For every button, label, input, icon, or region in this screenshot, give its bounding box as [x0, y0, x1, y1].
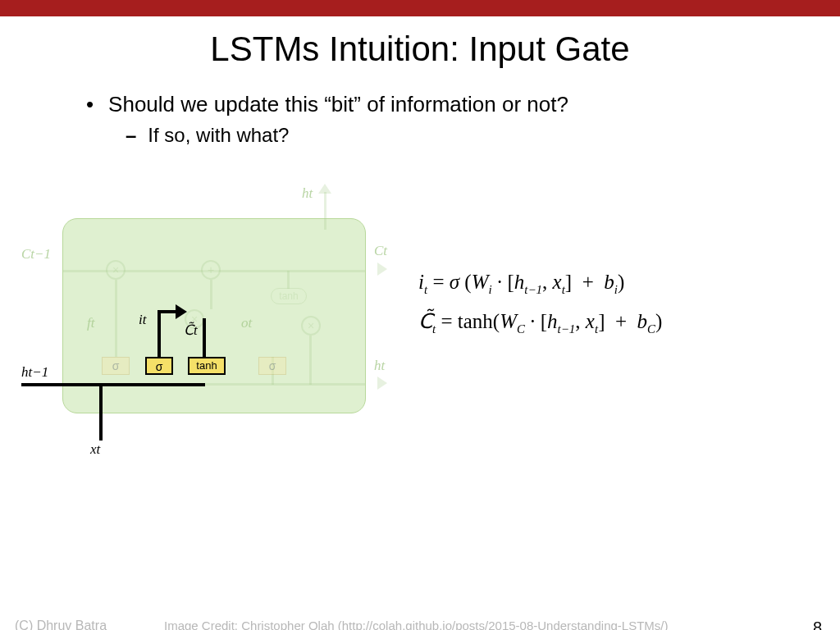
- i-arrow-icon: [176, 304, 187, 319]
- input-tanh-box: tanh: [188, 357, 226, 375]
- equations-block: it = σ (Wi · [ht−1, xt] + bi) C̃t = tanh…: [418, 262, 662, 340]
- label-xt: xt: [90, 441, 100, 458]
- x-input-line: [99, 383, 103, 441]
- label-ct-1: Ct−1: [21, 246, 51, 262]
- forget-sigma-box: σ: [102, 357, 130, 375]
- bullet-list: • Should we update this “bit” of informa…: [0, 92, 840, 147]
- bullet-main: • Should we update this “bit” of informa…: [86, 92, 840, 117]
- output-mult-icon: ×: [301, 316, 321, 336]
- input-sigma-box: σ: [145, 357, 173, 375]
- label-ct: Ct: [374, 243, 387, 259]
- label-ot: ot: [241, 315, 252, 331]
- ct-to-tanh-vertical: [287, 271, 290, 289]
- label-ht-1: ht−1: [21, 364, 48, 381]
- lstm-diagram: × + × × tanh σ σ σ tanh Ct−1 Ct ht ht: [21, 200, 382, 446]
- accent-bar: [0, 0, 840, 16]
- ht-out-arrow-icon: [377, 377, 387, 390]
- equation-it: it = σ (Wi · [ht−1, xt] + bi): [418, 262, 662, 302]
- bullet-dash-icon: –: [126, 124, 136, 147]
- label-ft: ft: [87, 315, 94, 331]
- bullet-main-text: Should we update this “bit” of informati…: [108, 92, 568, 117]
- input-add-icon: +: [201, 260, 221, 280]
- slide-title: LSTMs Intuition: Input Gate: [0, 30, 840, 69]
- i-vertical-line: [158, 310, 161, 358]
- label-ctilde: C̃t: [184, 322, 198, 339]
- bullet-dot-icon: •: [86, 92, 94, 117]
- label-ht-top: ht: [302, 185, 313, 202]
- h-input-line: [21, 383, 205, 386]
- ht-top-arrow-icon: [318, 184, 331, 194]
- bullet-sub: – If so, with what?: [126, 124, 840, 147]
- label-it: it: [139, 312, 146, 328]
- footer-copyright: (C) Dhruv Batra: [15, 619, 107, 630]
- page-number: 8: [813, 619, 822, 630]
- ht-top-line: [324, 192, 326, 230]
- add-vertical: [210, 280, 212, 309]
- forget-vertical: [115, 280, 117, 357]
- footer-credit: Image Credit: Christopher Olah (http://c…: [164, 619, 668, 630]
- h-out-vertical: [309, 336, 312, 385]
- output-tanh-icon: tanh: [271, 288, 307, 304]
- ctilde-vertical-line: [203, 318, 206, 358]
- output-sigma-box: σ: [258, 357, 286, 375]
- bullet-sub-text: If so, with what?: [148, 124, 289, 147]
- i-curve-horizontal: [158, 310, 177, 313]
- label-ht-right: ht: [374, 358, 385, 374]
- equation-ctilde: C̃t = tanh(WC · [ht−1, xt] + bC): [418, 302, 662, 341]
- forget-mult-icon: ×: [106, 260, 126, 280]
- ct-out-arrow-icon: [377, 262, 387, 276]
